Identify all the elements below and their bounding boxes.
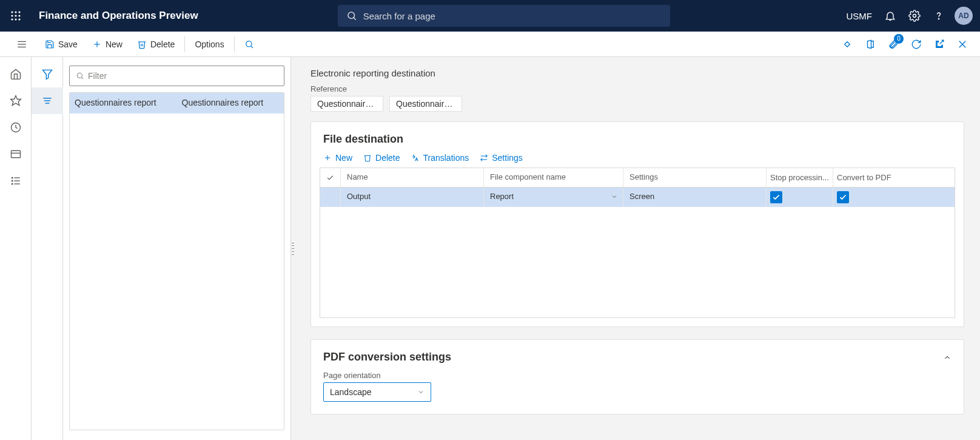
checkbox-checked[interactable] bbox=[837, 191, 849, 203]
table-row[interactable]: Output Report Screen bbox=[320, 188, 955, 207]
svg-point-3 bbox=[11, 15, 13, 16]
main-content: Electronic reporting destination Referen… bbox=[295, 57, 980, 440]
nav-recent[interactable] bbox=[0, 114, 32, 141]
search-icon bbox=[346, 10, 357, 21]
col-file-component[interactable]: File component name bbox=[484, 168, 623, 187]
popout-button[interactable] bbox=[928, 32, 951, 57]
filter-funnel[interactable] bbox=[32, 61, 63, 87]
nav-workspaces[interactable] bbox=[0, 141, 32, 168]
fd-translations-label: Translations bbox=[423, 153, 469, 163]
separator bbox=[184, 36, 185, 52]
nav-favorites[interactable] bbox=[0, 87, 32, 114]
gear-icon bbox=[908, 10, 921, 22]
attachments-badge: 0 bbox=[894, 34, 904, 44]
search-icon bbox=[244, 39, 254, 49]
svg-point-5 bbox=[18, 15, 20, 16]
svg-line-38 bbox=[81, 77, 83, 79]
hamburger-icon bbox=[16, 39, 27, 50]
row-selector[interactable] bbox=[320, 188, 341, 207]
svg-marker-23 bbox=[10, 96, 21, 106]
legal-entity[interactable]: USMF bbox=[847, 11, 879, 21]
options-label: Options bbox=[195, 39, 224, 49]
swap-icon bbox=[480, 154, 488, 162]
fd-translations-button[interactable]: Translations bbox=[411, 153, 469, 163]
col-convert-to-pdf[interactable]: Convert to PDF bbox=[833, 168, 905, 187]
list-row[interactable]: Questionnaires report Questionnaires rep… bbox=[70, 93, 284, 113]
page-orientation-select[interactable]: Landscape bbox=[323, 382, 431, 402]
action-bar: Save New Delete Options 0 bbox=[0, 32, 980, 57]
cell-settings[interactable]: Screen bbox=[623, 188, 767, 207]
refresh-button[interactable] bbox=[905, 32, 928, 57]
user-avatar[interactable]: AD bbox=[955, 7, 973, 25]
help-button[interactable] bbox=[927, 0, 951, 32]
chevron-down-icon bbox=[417, 388, 425, 396]
nav-rail bbox=[0, 57, 32, 440]
list-filter[interactable] bbox=[69, 66, 284, 86]
table-head: Name File component name Settings Stop p… bbox=[320, 168, 955, 188]
fd-table: Name File component name Settings Stop p… bbox=[320, 168, 955, 318]
delete-label: Delete bbox=[150, 39, 175, 49]
home-icon bbox=[10, 68, 22, 80]
svg-point-1 bbox=[15, 11, 16, 13]
checkbox-checked[interactable] bbox=[770, 191, 782, 203]
popout-icon bbox=[934, 39, 945, 50]
splitter[interactable] bbox=[291, 57, 295, 440]
check-icon bbox=[839, 193, 847, 201]
plus-icon bbox=[92, 39, 102, 49]
notifications-button[interactable] bbox=[878, 0, 902, 32]
svg-point-31 bbox=[12, 183, 13, 184]
col-settings[interactable]: Settings bbox=[623, 168, 767, 187]
svg-point-37 bbox=[77, 73, 82, 78]
check-icon bbox=[326, 174, 334, 182]
chevron-up-icon[interactable] bbox=[943, 353, 951, 362]
cell-name[interactable]: Output bbox=[341, 188, 484, 207]
nav-home[interactable] bbox=[0, 61, 32, 87]
fd-delete-label: Delete bbox=[375, 153, 400, 163]
svg-point-6 bbox=[11, 18, 13, 20]
file-destination-heading: File destination bbox=[323, 133, 403, 146]
clock-icon bbox=[10, 121, 22, 134]
question-icon bbox=[933, 10, 945, 22]
new-button[interactable]: New bbox=[85, 32, 130, 57]
cell-convert-to-pdf[interactable] bbox=[833, 188, 905, 207]
search-input[interactable] bbox=[363, 11, 662, 21]
options-button[interactable]: Options bbox=[187, 32, 231, 57]
product-title: Finance and Operations Preview bbox=[32, 10, 198, 22]
settings-button[interactable] bbox=[902, 0, 927, 32]
cell-file-component[interactable]: Report bbox=[484, 188, 623, 207]
global-search[interactable] bbox=[338, 5, 670, 27]
nav-toggle[interactable] bbox=[6, 32, 38, 57]
topbar: Finance and Operations Preview USMF AD bbox=[0, 0, 980, 32]
filter-input[interactable] bbox=[88, 71, 278, 81]
filter-rail bbox=[32, 57, 63, 440]
reference-value[interactable]: Questionnaire... bbox=[310, 96, 383, 112]
waffle-icon bbox=[10, 10, 21, 21]
funnel-icon bbox=[41, 68, 53, 80]
office-icon bbox=[865, 39, 876, 50]
app-launcher[interactable] bbox=[0, 0, 32, 32]
cell-stop-processing[interactable] bbox=[767, 188, 833, 207]
svg-point-29 bbox=[12, 180, 13, 181]
save-label: Save bbox=[58, 39, 78, 49]
delete-button[interactable]: Delete bbox=[130, 32, 182, 57]
col-name[interactable]: Name bbox=[341, 168, 484, 187]
close-button[interactable] bbox=[951, 32, 974, 57]
page-search-button[interactable] bbox=[237, 32, 265, 57]
show-feature-button[interactable] bbox=[836, 32, 859, 57]
save-button[interactable]: Save bbox=[38, 32, 85, 57]
fd-settings-button[interactable]: Settings bbox=[480, 153, 523, 163]
filter-list[interactable] bbox=[32, 87, 63, 114]
check-icon bbox=[772, 193, 780, 201]
fd-delete-button[interactable]: Delete bbox=[363, 153, 400, 163]
nav-modules[interactable] bbox=[0, 168, 32, 194]
svg-point-27 bbox=[12, 177, 13, 178]
select-all-column[interactable] bbox=[320, 168, 341, 187]
pdf-conversion-heading: PDF conversion settings bbox=[323, 351, 451, 364]
reference-value[interactable]: Questionnaire... bbox=[389, 96, 462, 112]
open-in-office-button[interactable] bbox=[859, 32, 882, 57]
fd-new-button[interactable]: New bbox=[323, 153, 352, 163]
svg-rect-25 bbox=[11, 151, 20, 158]
col-stop-processing[interactable]: Stop processin... bbox=[767, 168, 833, 187]
save-icon bbox=[45, 39, 55, 49]
attachments-button[interactable]: 0 bbox=[882, 32, 905, 57]
